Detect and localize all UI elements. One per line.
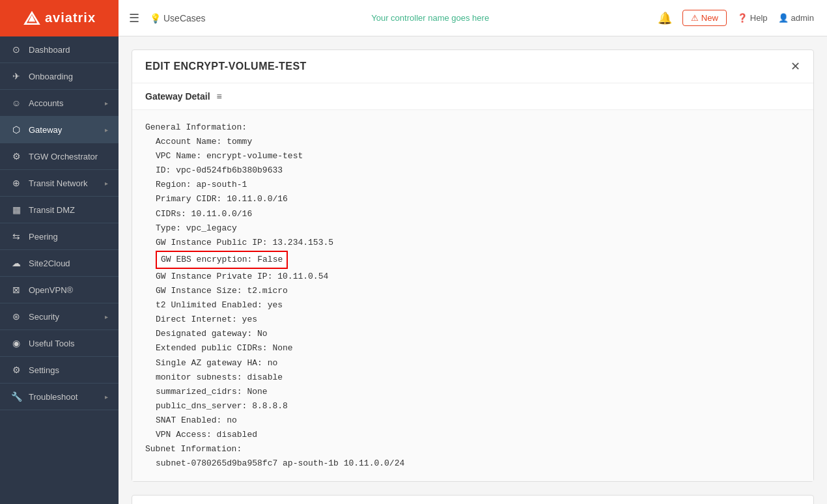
detail-line-0: General Information:: [145, 120, 800, 135]
ebs-encryption-highlighted: GW EBS encryption: False: [156, 251, 288, 269]
top-header: aviatrix ☰ 💡 UseCases Your controller na…: [0, 0, 827, 36]
settings-icon: ⚙: [10, 365, 22, 375]
help-icon: ❓: [737, 13, 748, 23]
sidebar-item-peering[interactable]: ⇆ Peering: [0, 223, 119, 250]
detail-line-20: VPN Access: disabled: [145, 428, 800, 442]
user-icon: 👤: [778, 13, 789, 23]
sidebar-label-site2cloud: Site2Cloud: [29, 259, 108, 268]
transit-dmz-icon: ▦: [10, 204, 22, 215]
onboarding-icon: ✈: [10, 71, 22, 81]
detail-line-10: GW Instance Size: t2.micro: [145, 284, 800, 298]
help-button[interactable]: ❓ Help: [737, 13, 768, 23]
detail-line-18: public_dns_server: 8.8.8.8: [145, 399, 800, 413]
detail-line-5: Primary CIDR: 10.11.0.0/16: [145, 192, 800, 206]
detail-line-12: Direct Internet: yes: [145, 313, 800, 327]
main-layout: ⊙ Dashboard ✈ Onboarding ☺ Accounts ▸ ⬡ …: [0, 36, 827, 504]
detail-line-19: SNAT Enabled: no: [145, 413, 800, 428]
security-chevron-icon: ▸: [105, 313, 108, 320]
sidebar-item-useful-tools[interactable]: ◉ Useful Tools: [0, 330, 119, 357]
transit-network-icon: ⊕: [10, 178, 22, 188]
gateway-detail-content: General Information: Account Name: tommy…: [132, 110, 813, 481]
sidebar-item-accounts[interactable]: ☺ Accounts ▸: [0, 90, 119, 117]
header-left: ☰ 💡 UseCases: [119, 11, 216, 25]
detail-line-6: CIDRs: 10.11.0.0/16: [145, 207, 800, 221]
use-cases-button[interactable]: 💡 UseCases: [150, 13, 206, 23]
sidebar-label-transit-dmz: Transit DMZ: [29, 205, 108, 215]
detail-line-3: ID: vpc-0d524fb6b380b9633: [145, 163, 800, 178]
ha-peering-section: Gateway for High Availability Peering In…: [132, 495, 814, 504]
sidebar-label-onboarding: Onboarding: [29, 72, 108, 81]
detail-line-13: Designated gateway: No: [145, 327, 800, 341]
alert-icon: ⚠: [691, 13, 699, 23]
detail-line-22: subnet-0780265d9ba958fc7 ap-south-1b 10.…: [145, 456, 800, 471]
edit-panel: EDIT ENCRYPT-VOLUME-TEST ✕ Gateway Detai…: [132, 49, 814, 482]
new-button[interactable]: ⚠ New: [682, 10, 727, 26]
sidebar-item-transit-dmz[interactable]: ▦ Transit DMZ: [0, 197, 119, 223]
useful-tools-icon: ◉: [10, 338, 22, 348]
header-right: 🔔 ⚠ New ❓ Help 👤 admin: [645, 10, 827, 26]
sidebar-item-tgw-orchestrator[interactable]: ⚙ TGW Orchestrator: [0, 143, 119, 170]
panel-title: EDIT ENCRYPT-VOLUME-TEST: [145, 61, 307, 72]
sidebar-label-useful-tools: Useful Tools: [29, 339, 108, 348]
bulb-icon: 💡: [150, 13, 161, 23]
main-content: EDIT ENCRYPT-VOLUME-TEST ✕ Gateway Detai…: [119, 36, 827, 504]
sidebar-item-dashboard[interactable]: ⊙ Dashboard: [0, 36, 119, 63]
dashboard-icon: ⊙: [10, 44, 22, 55]
sidebar: ⊙ Dashboard ✈ Onboarding ☺ Accounts ▸ ⬡ …: [0, 36, 119, 504]
detail-line-8: GW Instance Public IP: 13.234.153.5: [145, 236, 800, 250]
admin-button[interactable]: 👤 admin: [778, 13, 814, 23]
detail-line-4: Region: ap-south-1: [145, 178, 800, 192]
sidebar-item-settings[interactable]: ⚙ Settings: [0, 357, 119, 384]
troubleshoot-chevron-icon: ▸: [105, 393, 108, 400]
security-icon: ⊛: [10, 311, 22, 322]
panel-sub-header: Gateway Detail ≡: [132, 83, 813, 110]
panel-menu-icon[interactable]: ≡: [217, 91, 222, 102]
logo-text: aviatrix: [45, 10, 96, 25]
sidebar-item-security[interactable]: ⊛ Security ▸: [0, 303, 119, 330]
sidebar-item-transit-network[interactable]: ⊕ Transit Network ▸: [0, 170, 119, 197]
transit-network-chevron-icon: ▸: [105, 180, 108, 187]
sidebar-label-security: Security: [29, 312, 98, 322]
detail-line-9: GW Instance Private IP: 10.11.0.54: [145, 270, 800, 284]
tgw-icon: ⚙: [10, 151, 22, 161]
gateway-chevron-icon: ▸: [105, 126, 108, 133]
sidebar-label-transit-network: Transit Network: [29, 178, 98, 188]
sidebar-item-openvpn[interactable]: ⊠ OpenVPN®: [0, 277, 119, 303]
sidebar-label-troubleshoot: Troubleshoot: [29, 392, 98, 402]
troubleshoot-icon: 🔧: [10, 391, 22, 402]
sidebar-label-accounts: Accounts: [29, 98, 98, 108]
detail-line-17: summarized_cidrs: None: [145, 385, 800, 399]
detail-line-21: Subnet Information:: [145, 442, 800, 456]
openvpn-icon: ⊠: [10, 285, 22, 295]
sidebar-item-onboarding[interactable]: ✈ Onboarding: [0, 63, 119, 90]
detail-line-2: VPC Name: encrypt-volume-test: [145, 149, 800, 163]
detail-line-7: Type: vpc_legacy: [145, 221, 800, 236]
sidebar-item-gateway[interactable]: ⬡ Gateway ▸: [0, 117, 119, 143]
sidebar-item-troubleshoot[interactable]: 🔧 Troubleshoot ▸: [0, 384, 119, 410]
sidebar-item-site2cloud[interactable]: ☁ Site2Cloud: [0, 250, 119, 277]
panel-sub-title: Gateway Detail: [145, 91, 210, 102]
sidebar-label-settings: Settings: [29, 365, 108, 375]
gateway-icon: ⬡: [10, 124, 22, 135]
logo-area: aviatrix: [0, 0, 119, 36]
peering-icon: ⇆: [10, 231, 22, 242]
notification-bell-icon[interactable]: 🔔: [658, 11, 672, 25]
detail-line-15: Single AZ gateway HA: no: [145, 356, 800, 371]
sidebar-label-peering: Peering: [29, 232, 108, 242]
logo-icon: [23, 9, 41, 27]
sidebar-label-dashboard: Dashboard: [29, 45, 108, 55]
close-button[interactable]: ✕: [791, 59, 800, 74]
detail-line-14: Extended public CIDRs: None: [145, 341, 800, 356]
sidebar-label-gateway: Gateway: [29, 125, 98, 135]
detail-line-11: t2 Unlimited Enabled: yes: [145, 298, 800, 313]
sidebar-label-tgw: TGW Orchestrator: [29, 152, 108, 161]
accounts-icon: ☺: [10, 98, 22, 108]
site2cloud-icon: ☁: [10, 258, 22, 268]
panel-header: EDIT ENCRYPT-VOLUME-TEST ✕: [132, 50, 813, 83]
logo: aviatrix: [23, 9, 96, 27]
use-cases-label: UseCases: [163, 13, 206, 23]
detail-line-16: monitor subnests: disable: [145, 371, 800, 385]
accounts-chevron-icon: ▸: [105, 100, 108, 107]
detail-line-ebs-highlight: GW EBS encryption: False: [145, 250, 800, 270]
hamburger-icon[interactable]: ☰: [129, 11, 139, 25]
